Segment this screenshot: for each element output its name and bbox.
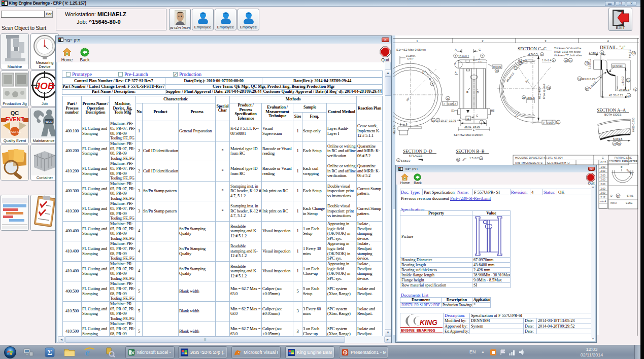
svg-text:A: A bbox=[553, 121, 555, 124]
svg-text:DETAIL. "a": DETAIL. "a" bbox=[600, 45, 625, 50]
svg-text:PARTING LINE: PARTING LINE bbox=[615, 156, 632, 159]
svg-text:R3.0±0.25: R3.0±0.25 bbox=[582, 78, 595, 81]
svg-text:D: D bbox=[429, 78, 431, 81]
svg-text:SECTION C–C: SECTION C–C bbox=[518, 46, 547, 51]
svg-text:0.025–0.050: 0.025–0.050 bbox=[632, 118, 635, 132]
svg-text:2: 2 bbox=[482, 40, 484, 43]
svg-text:B: B bbox=[466, 90, 468, 93]
svg-text:38: 38 bbox=[618, 142, 621, 146]
svg-text:5: 5 bbox=[482, 55, 483, 58]
svg-text:27: 27 bbox=[613, 142, 616, 146]
svg-text:16: 16 bbox=[632, 52, 635, 55]
svg-text:6.0±1.5: 6.0±1.5 bbox=[613, 137, 622, 140]
svg-text:13: 13 bbox=[514, 67, 517, 70]
svg-text:-0.12: -0.12 bbox=[478, 60, 483, 63]
svg-text:0.05C: 0.05C bbox=[626, 201, 633, 204]
svg-text:9.0–0.3: 9.0–0.3 bbox=[628, 49, 631, 58]
svg-text:C: C bbox=[479, 48, 481, 51]
svg-text:C: C bbox=[476, 114, 478, 117]
svg-text:B: B bbox=[477, 91, 479, 94]
svg-text:A: A bbox=[455, 102, 457, 105]
svg-text:3: 3 bbox=[545, 40, 547, 43]
svg-text:20: 20 bbox=[495, 69, 498, 73]
svg-text:11: 11 bbox=[557, 121, 559, 124]
svg-text:0.005: 0.005 bbox=[448, 103, 454, 105]
svg-text:Σ: Σ bbox=[47, 349, 52, 356]
svg-text:35: 35 bbox=[522, 96, 525, 99]
svg-text:10.6±0.1: 10.6±0.1 bbox=[458, 55, 469, 58]
svg-text:0.008–0.016 mm below: 0.008–0.016 mm below bbox=[554, 50, 581, 53]
svg-text:12: 12 bbox=[617, 195, 620, 198]
svg-text:67.0S: 67.0S bbox=[627, 194, 634, 197]
svg-text:±0.15: ±0.15 bbox=[600, 161, 606, 164]
svg-text:2.00: 2.00 bbox=[600, 174, 605, 177]
svg-text:6 PLACES: 6 PLACES bbox=[409, 154, 423, 157]
svg-text:1.8±0.2: 1.8±0.2 bbox=[621, 77, 624, 86]
svg-text:A: A bbox=[455, 71, 457, 74]
svg-text:38.91–38.96: 38.91–38.96 bbox=[464, 125, 480, 128]
svg-text:19.17–19.76: 19.17–19.76 bbox=[440, 119, 456, 122]
svg-text:3.7: 3.7 bbox=[473, 58, 477, 61]
svg-text:27: 27 bbox=[436, 119, 439, 122]
svg-text:31: 31 bbox=[447, 97, 450, 100]
svg-text:1: 1 bbox=[416, 40, 418, 43]
svg-text:7: 7 bbox=[455, 55, 456, 58]
svg-text:Ro0.89: Ro0.89 bbox=[493, 65, 501, 68]
svg-text:S1><S2 Max 0.05mm: S1><S2 Max 0.05mm bbox=[454, 133, 483, 136]
svg-text:7.75±0.2: 7.75±0.2 bbox=[588, 59, 591, 69]
svg-text:D: D bbox=[611, 194, 613, 197]
svg-text:Free spread: Free spread bbox=[543, 84, 546, 99]
svg-text:1.0–1.4: 1.0–1.4 bbox=[542, 59, 551, 62]
svg-text:18: 18 bbox=[432, 119, 435, 122]
svg-text:29.5±0.3: 29.5±0.3 bbox=[619, 88, 629, 91]
svg-text:L: L bbox=[473, 128, 474, 131]
svg-text:2.00: 2.00 bbox=[600, 187, 605, 190]
svg-text:Max 0.5: Max 0.5 bbox=[393, 125, 396, 134]
svg-text:51°: 51° bbox=[525, 78, 530, 83]
svg-text:,32°: ,32° bbox=[462, 157, 467, 161]
svg-text:1.5±0.2: 1.5±0.2 bbox=[469, 157, 479, 160]
svg-text:9: 9 bbox=[398, 159, 399, 162]
svg-text:∠ε: ∠ε bbox=[515, 115, 519, 118]
svg-text:4.7–5.5: 4.7–5.5 bbox=[528, 53, 537, 56]
svg-text:EVENT: EVENT bbox=[6, 116, 24, 122]
svg-text:D: D bbox=[422, 71, 425, 74]
svg-text:0.05: 0.05 bbox=[547, 122, 552, 124]
svg-text:KING: KING bbox=[420, 318, 437, 327]
svg-text:HOUSING DIAMETER 67.071–67.0: HOUSING DIAMETER 67.071–67.094 bbox=[515, 156, 563, 159]
svg-text:17: 17 bbox=[627, 94, 630, 97]
svg-text:34: 34 bbox=[569, 59, 572, 62]
svg-text:A: A bbox=[467, 118, 469, 121]
svg-text:2.00: 2.00 bbox=[600, 183, 605, 186]
svg-text:90°: 90° bbox=[405, 97, 410, 102]
svg-text:29: 29 bbox=[480, 157, 483, 160]
svg-text:33: 33 bbox=[564, 59, 567, 62]
svg-text:1: 1 bbox=[481, 121, 483, 124]
svg-text:2.00: 2.00 bbox=[600, 191, 605, 194]
svg-text:SECTION A–A: SECTION A–A bbox=[597, 107, 626, 113]
svg-text:42.35±0.25: 42.35±0.25 bbox=[609, 94, 623, 97]
svg-text:2.00: 2.00 bbox=[600, 169, 605, 172]
svg-text:1.99: 1.99 bbox=[600, 165, 605, 168]
svg-text:CONTROL PARAMETER: CONTROL PARAMETER bbox=[609, 160, 638, 163]
svg-text:8: 8 bbox=[541, 53, 543, 56]
svg-text:2.12: 2.12 bbox=[600, 196, 605, 199]
svg-text:QC: QC bbox=[11, 110, 19, 116]
svg-text:A: A bbox=[455, 48, 457, 51]
svg-text:SECTION B–B: SECTION B–B bbox=[456, 149, 485, 154]
svg-text:II.95 |THICKNESS AT| 0.—| |: II.95 |THICKNESS AT| 0.—| |CL 0.45|ELeft… bbox=[515, 161, 570, 164]
svg-text:JOB: JOB bbox=[35, 81, 54, 91]
svg-text:X: X bbox=[131, 350, 135, 355]
svg-text:BOTH SIDES: BOTH SIDES bbox=[604, 113, 622, 116]
svg-text://: // bbox=[543, 121, 545, 124]
svg-text:a: a bbox=[454, 62, 456, 65]
svg-text:47YP: 47YP bbox=[407, 57, 414, 60]
svg-text:min A: min A bbox=[600, 200, 606, 203]
svg-text:ø(stop: ø(stop bbox=[626, 168, 632, 174]
svg-text:P: P bbox=[344, 350, 347, 355]
svg-text:min A: min A bbox=[611, 201, 617, 204]
svg-text:13±1.5: 13±1.5 bbox=[526, 96, 535, 99]
svg-text:4: 4 bbox=[607, 40, 609, 43]
svg-text:S2: S2 bbox=[491, 109, 495, 112]
svg-text:WEB: WEB bbox=[46, 120, 53, 123]
